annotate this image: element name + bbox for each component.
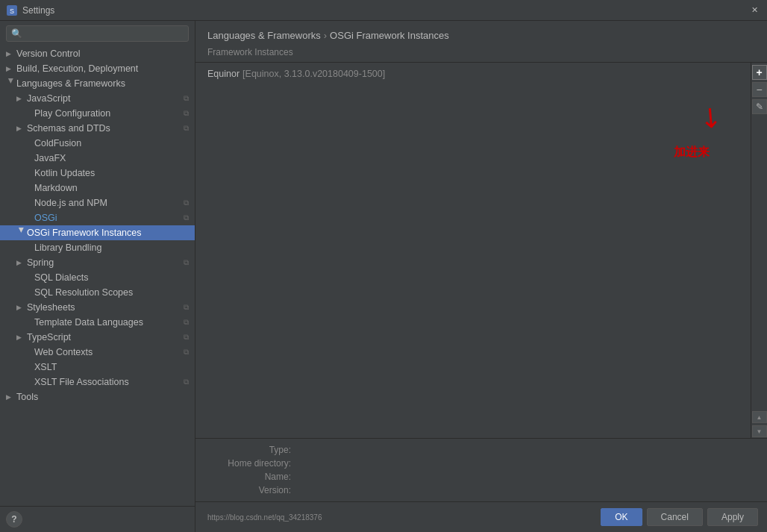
sidebar-item-schemas-dtds[interactable]: ▶ Schemas and DTDs ⧉ <box>0 121 195 136</box>
breadcrumb-parent: Languages & Frameworks <box>207 30 321 41</box>
scroll-down-button[interactable]: ▼ <box>752 425 767 437</box>
edit-button[interactable]: ✎ <box>752 99 767 114</box>
arrow-icon: ▶ <box>6 50 16 57</box>
sidebar-item-label: XSLT <box>34 362 57 372</box>
sidebar-item-nodejs-npm[interactable]: Node.js and NPM ⧉ <box>0 195 195 210</box>
main-layout: 🔍 ▶ Version Control ▶ Build, Execution, … <box>0 21 767 532</box>
watermark: https://blog.csdn.net/qq_34218376 <box>204 513 322 522</box>
apply-button[interactable]: Apply <box>707 508 758 526</box>
sidebar-item-label: Build, Execution, Deployment <box>16 63 138 74</box>
arrow-down-icon: ▶ <box>7 78 15 89</box>
arrow-icon: ▶ <box>16 259 27 266</box>
sidebar-item-label: TypeScript <box>27 332 71 342</box>
action-buttons: + − ✎ ▲ ▼ <box>751 63 767 438</box>
version-label: Version: <box>207 485 297 495</box>
sidebar-item-label: Tools <box>16 392 38 402</box>
arrow-icon: ▶ <box>6 65 16 72</box>
copy-icon: ⧉ <box>184 318 189 327</box>
content-body: Equinor [Equinox, 3.13.0.v20180409-1500]… <box>195 63 767 438</box>
sidebar-item-xslt-file-associations[interactable]: XSLT File Associations ⧉ <box>0 375 195 389</box>
sidebar-item-sql-dialects[interactable]: SQL Dialects <box>0 270 195 285</box>
help-button[interactable]: ? <box>6 511 22 528</box>
sidebar-item-label: Markdown <box>34 183 78 193</box>
arrow-icon: ▶ <box>16 95 27 102</box>
cancel-button[interactable]: Cancel <box>647 508 703 526</box>
ok-button[interactable]: OK <box>601 508 642 526</box>
sidebar-item-kotlin-updates[interactable]: Kotlin Updates <box>0 166 195 181</box>
sidebar-item-label: JavaFX <box>34 153 66 163</box>
breadcrumb: Languages & Frameworks › OSGi Framework … <box>207 30 755 41</box>
sidebar-item-label: Kotlin Updates <box>34 168 95 178</box>
sidebar-item-label: Stylesheets <box>27 302 75 313</box>
type-label: Type: <box>207 445 297 455</box>
annotation-text: 加进来 <box>674 145 710 160</box>
sidebar-item-version-control[interactable]: ▶ Version Control <box>0 46 195 61</box>
home-directory-label: Home directory: <box>207 458 297 469</box>
add-button[interactable]: + <box>752 65 767 80</box>
sidebar-item-javascript[interactable]: ▶ JavaScript ⧉ <box>0 91 195 106</box>
close-button[interactable]: ✕ <box>748 4 761 17</box>
sidebar-item-tools[interactable]: ▶ Tools <box>0 389 195 404</box>
search-box[interactable]: 🔍 <box>6 25 189 42</box>
sidebar-item-sql-resolution-scopes[interactable]: SQL Resolution Scopes <box>0 285 195 300</box>
arrow-icon: ▶ <box>16 304 27 311</box>
sidebar-item-osgi[interactable]: OSGi ⧉ <box>0 210 195 225</box>
sidebar-item-languages-frameworks[interactable]: ▶ Languages & Frameworks <box>0 76 195 91</box>
section-label: Framework Instances <box>207 47 755 57</box>
sidebar-item-label: SQL Dialects <box>34 272 88 283</box>
sidebar-item-spring[interactable]: ▶ Spring ⧉ <box>0 255 195 270</box>
sidebar-item-web-contexts[interactable]: Web Contexts ⧉ <box>0 345 195 360</box>
content-header: Languages & Frameworks › OSGi Framework … <box>195 21 767 63</box>
sidebar-scroll[interactable]: ▶ Version Control ▶ Build, Execution, De… <box>0 46 195 506</box>
breadcrumb-current: OSGi Framework Instances <box>330 30 449 41</box>
sidebar-item-label: Spring <box>27 257 54 268</box>
sidebar: 🔍 ▶ Version Control ▶ Build, Execution, … <box>0 21 195 532</box>
framework-item[interactable]: Equinor [Equinox, 3.13.0.v20180409-1500] <box>195 66 751 82</box>
sidebar-item-play-configuration[interactable]: Play Configuration ⧉ <box>0 106 195 121</box>
version-value <box>297 485 755 495</box>
copy-icon: ⧉ <box>184 303 189 312</box>
sidebar-item-label: Languages & Frameworks <box>16 78 125 89</box>
home-directory-value <box>297 458 755 469</box>
sidebar-item-label: ColdFusion <box>34 138 81 148</box>
copy-icon: ⧉ <box>184 213 189 222</box>
sidebar-item-osgi-framework-instances[interactable]: ▶ OSGi Framework Instances <box>0 225 195 240</box>
annotation-arrow-icon: ↙ <box>694 100 728 135</box>
sidebar-item-label: SQL Resolution Scopes <box>34 287 133 298</box>
sidebar-item-template-data-languages[interactable]: Template Data Languages ⧉ <box>0 315 195 330</box>
search-input[interactable] <box>25 28 184 39</box>
arrow-icon: ▶ <box>6 393 16 401</box>
framework-name: Equinor <box>207 69 240 79</box>
sidebar-item-stylesheets[interactable]: ▶ Stylesheets ⧉ <box>0 300 195 315</box>
sidebar-item-build-execution[interactable]: ▶ Build, Execution, Deployment <box>0 61 195 76</box>
content-area: Languages & Frameworks › OSGi Framework … <box>195 21 767 532</box>
app-icon: S <box>6 4 18 16</box>
copy-icon: ⧉ <box>184 258 189 267</box>
breadcrumb-separator: › <box>324 30 327 41</box>
sidebar-item-label: Template Data Languages <box>34 317 143 328</box>
sidebar-item-typescript[interactable]: ▶ TypeScript ⧉ <box>0 330 195 345</box>
sidebar-item-label: XSLT File Associations <box>34 377 129 387</box>
sidebar-item-label: OSGi <box>34 213 57 223</box>
copy-icon: ⧉ <box>184 348 189 357</box>
sidebar-item-library-bundling[interactable]: Library Bundling <box>0 240 195 255</box>
title-bar-controls: ✕ <box>748 4 761 17</box>
remove-button[interactable]: − <box>752 82 767 97</box>
arrow-icon: ▶ <box>16 334 27 341</box>
title-bar: S Settings ✕ <box>0 0 767 21</box>
sidebar-item-markdown[interactable]: Markdown <box>0 181 195 195</box>
sidebar-item-label: Library Bundling <box>34 242 101 253</box>
sidebar-item-coldfusion[interactable]: ColdFusion <box>0 136 195 151</box>
copy-icon: ⧉ <box>184 109 189 118</box>
title-bar-title: Settings <box>22 5 748 16</box>
sidebar-item-label: JavaScript <box>27 93 70 104</box>
sidebar-item-javafx[interactable]: JavaFX <box>0 151 195 166</box>
name-value <box>297 472 755 482</box>
type-value <box>297 445 755 455</box>
copy-icon: ⧉ <box>184 124 189 133</box>
name-label: Name: <box>207 472 297 482</box>
sidebar-item-xslt[interactable]: XSLT <box>0 360 195 375</box>
scroll-up-button[interactable]: ▲ <box>752 411 767 423</box>
svg-text:S: S <box>10 7 14 15</box>
sidebar-item-label: Schemas and DTDs <box>27 123 110 134</box>
